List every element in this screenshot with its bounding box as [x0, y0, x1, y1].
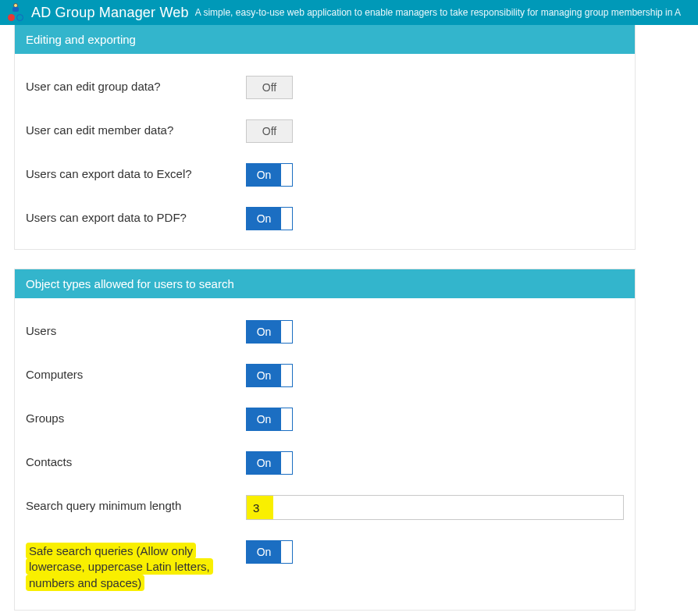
label: Groups — [26, 408, 237, 426]
toggle-knob — [281, 452, 292, 474]
toggle-label: On — [247, 321, 281, 343]
toggle-label: On — [247, 452, 281, 474]
row-users: Users On — [23, 312, 627, 351]
toggle-label: On — [247, 408, 281, 430]
top-bar: AD Group Manager Web A simple, easy-to-u… — [0, 0, 698, 25]
label: User can edit group data? — [26, 76, 237, 94]
row-edit-group: User can edit group data? Off — [23, 68, 627, 107]
label: Users can export data to PDF? — [26, 207, 237, 226]
toggle-label: On — [247, 365, 281, 386]
toggle-knob — [281, 321, 292, 343]
toggle-edit-member[interactable]: Off — [246, 119, 293, 143]
toggle-export-pdf[interactable]: On — [246, 207, 293, 230]
highlighted-text: Safe search queries (Allow only lowercas… — [26, 543, 213, 591]
toggle-knob — [281, 365, 292, 386]
row-export-pdf: Users can export data to PDF? On — [23, 199, 627, 238]
toggle-label: On — [247, 541, 281, 563]
panel-editing-body: User can edit group data? Off User can e… — [15, 54, 635, 249]
toggle-edit-group[interactable]: Off — [246, 76, 293, 99]
row-minlen: Search query minimum length — [23, 487, 627, 528]
label: Contacts — [26, 451, 237, 470]
toggle-label: On — [247, 164, 281, 186]
app-title: AD Group Manager Web — [31, 5, 189, 21]
toggle-export-excel[interactable]: On — [246, 163, 293, 187]
toggle-label: On — [247, 208, 281, 230]
panel-search-body: Users On Computers On Groups On — [15, 298, 635, 610]
toggle-groups[interactable]: On — [246, 408, 293, 431]
toggle-safe-search[interactable]: On — [246, 540, 293, 564]
toggle-knob — [281, 408, 292, 430]
toggle-computers[interactable]: On — [246, 364, 293, 387]
row-safe-search: Safe search queries (Allow only lowercas… — [23, 532, 627, 599]
toggle-label: Off — [247, 120, 292, 142]
toggle-label: Off — [247, 77, 292, 98]
panel-search: Object types allowed for users to search… — [14, 269, 636, 611]
row-groups: Groups On — [23, 400, 627, 439]
label: Users can export data to Excel? — [26, 163, 237, 182]
toggle-knob — [281, 541, 292, 563]
panel-editing: Editing and exporting User can edit grou… — [14, 25, 636, 250]
app-subtitle: A simple, easy-to-use web application to… — [195, 7, 681, 18]
row-contacts: Contacts On — [23, 443, 627, 482]
toggle-contacts[interactable]: On — [246, 451, 293, 475]
search-minlen-input[interactable] — [246, 495, 624, 520]
panel-editing-header: Editing and exporting — [15, 25, 635, 54]
panel-search-header: Object types allowed for users to search — [15, 269, 635, 298]
toggle-knob — [281, 164, 292, 186]
row-export-excel: Users can export data to Excel? On — [23, 155, 627, 194]
label: Safe search queries (Allow only lowercas… — [26, 540, 237, 591]
label: User can edit member data? — [26, 119, 237, 138]
app-logo-icon — [6, 3, 25, 22]
label: Users — [26, 320, 237, 339]
row-computers: Computers On — [23, 356, 627, 395]
label: Computers — [26, 364, 237, 383]
row-edit-member: User can edit member data? Off — [23, 112, 627, 151]
toggle-users[interactable]: On — [246, 320, 293, 344]
toggle-knob — [281, 208, 292, 230]
label: Search query minimum length — [26, 495, 237, 514]
